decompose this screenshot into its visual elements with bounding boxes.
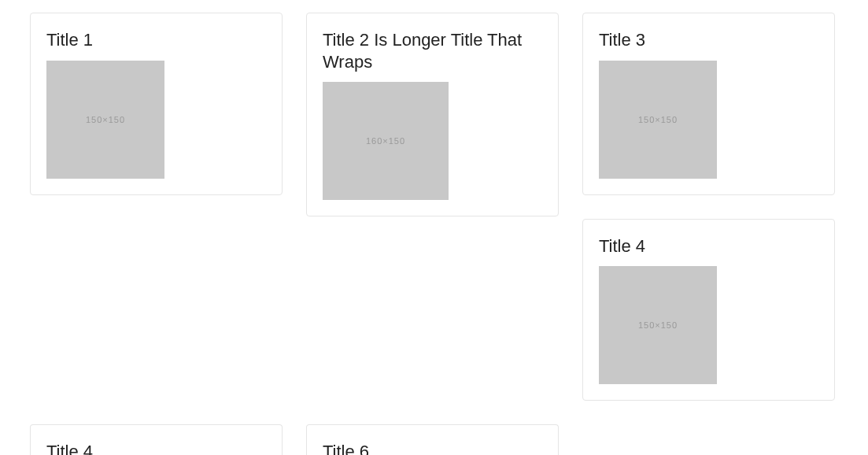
card-title: Title 2 Is Longer Title That Wraps: [323, 29, 542, 72]
card: Title 4 150×150: [582, 219, 835, 401]
placeholder-dimensions-label: 150×150: [86, 115, 125, 124]
image-placeholder: 150×150: [599, 61, 717, 179]
image-placeholder: 150×150: [46, 61, 164, 179]
card-title: Title 4: [599, 235, 818, 257]
card: Title 2 Is Longer Title That Wraps 160×1…: [306, 13, 559, 216]
placeholder-dimensions-label: 160×150: [366, 136, 405, 146]
placeholder-dimensions-label: 150×150: [638, 320, 678, 330]
image-placeholder: 160×150: [323, 82, 449, 200]
card-title: Title 3: [599, 29, 818, 51]
card: Title 4: [30, 424, 283, 455]
card-column-1: Title 1 150×150: [30, 13, 283, 195]
card-column-3: Title 3 150×150 Title 4 150×150: [582, 13, 835, 401]
card-title: Title 6: [323, 441, 542, 455]
placeholder-dimensions-label: 150×150: [638, 115, 678, 124]
card: Title 6: [306, 424, 559, 455]
card-row-1: Title 1 150×150 Title 2 Is Longer Title …: [30, 13, 838, 401]
image-placeholder: 150×150: [599, 266, 717, 384]
card-title: Title 4: [46, 441, 266, 455]
card: Title 3 150×150: [582, 13, 835, 195]
card-column-2: Title 2 Is Longer Title That Wraps 160×1…: [306, 13, 559, 216]
card: Title 1 150×150: [30, 13, 283, 195]
card-title: Title 1: [46, 29, 266, 51]
card-row-2: Title 4 Title 6: [30, 424, 838, 455]
